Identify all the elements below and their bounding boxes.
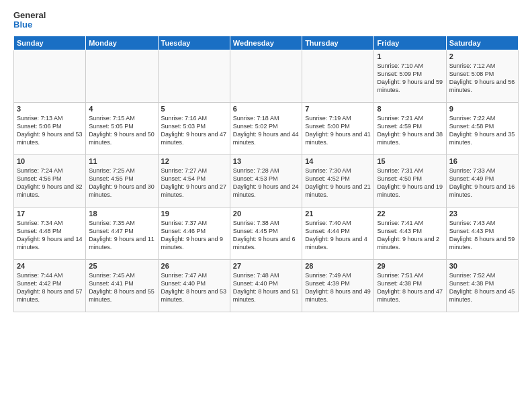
calendar-week-5: 24Sunrise: 7:44 AM Sunset: 4:42 PM Dayli… [14, 259, 519, 312]
day-number: 22 [377, 210, 443, 218]
weekday-header-saturday: Saturday [446, 36, 518, 50]
calendar-cell: 6Sunrise: 7:18 AM Sunset: 5:02 PM Daylig… [230, 102, 302, 154]
day-number: 15 [377, 157, 443, 165]
calendar-week-2: 3Sunrise: 7:13 AM Sunset: 5:06 PM Daylig… [14, 102, 519, 154]
calendar-week-4: 17Sunrise: 7:34 AM Sunset: 4:48 PM Dayli… [14, 207, 519, 259]
day-info: Sunrise: 7:18 AM Sunset: 5:02 PM Dayligh… [233, 114, 299, 147]
day-number: 20 [233, 210, 299, 218]
calendar-cell: 19Sunrise: 7:37 AM Sunset: 4:46 PM Dayli… [158, 207, 230, 259]
logo-blue: Blue [13, 20, 46, 30]
calendar-cell: 5Sunrise: 7:16 AM Sunset: 5:03 PM Daylig… [158, 102, 230, 154]
calendar-cell: 21Sunrise: 7:40 AM Sunset: 4:44 PM Dayli… [302, 207, 374, 259]
header: General Blue General Blue [13, 11, 519, 30]
day-info: Sunrise: 7:38 AM Sunset: 4:45 PM Dayligh… [233, 219, 299, 252]
weekday-header-tuesday: Tuesday [158, 36, 230, 50]
logo-general: General [13, 11, 46, 20]
day-info: Sunrise: 7:33 AM Sunset: 4:49 PM Dayligh… [449, 167, 515, 199]
day-info: Sunrise: 7:35 AM Sunset: 4:47 PM Dayligh… [89, 219, 154, 252]
day-info: Sunrise: 7:45 AM Sunset: 4:41 PM Dayligh… [89, 271, 154, 304]
calendar-cell [14, 50, 86, 102]
day-number: 6 [233, 105, 299, 113]
calendar-cell: 29Sunrise: 7:51 AM Sunset: 4:38 PM Dayli… [374, 259, 446, 312]
calendar-cell: 20Sunrise: 7:38 AM Sunset: 4:45 PM Dayli… [230, 207, 302, 259]
day-number: 17 [17, 210, 83, 218]
calendar-cell [158, 50, 230, 102]
weekday-header-sunday: Sunday [14, 36, 86, 50]
calendar-cell: 11Sunrise: 7:25 AM Sunset: 4:55 PM Dayli… [86, 154, 158, 207]
logo: General Blue General Blue [13, 11, 46, 30]
calendar-cell: 3Sunrise: 7:13 AM Sunset: 5:06 PM Daylig… [14, 102, 86, 154]
calendar-cell: 28Sunrise: 7:49 AM Sunset: 4:39 PM Dayli… [302, 259, 374, 312]
day-number: 5 [161, 105, 227, 113]
day-number: 8 [377, 105, 443, 113]
calendar-cell: 1Sunrise: 7:10 AM Sunset: 5:09 PM Daylig… [374, 50, 446, 102]
calendar-cell: 7Sunrise: 7:19 AM Sunset: 5:00 PM Daylig… [302, 102, 374, 154]
weekday-header-row: SundayMondayTuesdayWednesdayThursdayFrid… [14, 36, 519, 50]
day-number: 25 [89, 262, 154, 270]
calendar-cell: 26Sunrise: 7:47 AM Sunset: 4:40 PM Dayli… [158, 259, 230, 312]
day-number: 23 [449, 210, 515, 218]
day-number: 11 [89, 157, 154, 165]
calendar-cell: 25Sunrise: 7:45 AM Sunset: 4:41 PM Dayli… [86, 259, 158, 312]
day-info: Sunrise: 7:43 AM Sunset: 4:43 PM Dayligh… [449, 219, 515, 252]
day-info: Sunrise: 7:13 AM Sunset: 5:06 PM Dayligh… [17, 114, 83, 147]
day-number: 21 [305, 210, 371, 218]
calendar-cell: 8Sunrise: 7:21 AM Sunset: 4:59 PM Daylig… [374, 102, 446, 154]
day-number: 16 [449, 157, 515, 165]
day-info: Sunrise: 7:16 AM Sunset: 5:03 PM Dayligh… [161, 114, 227, 147]
calendar-cell: 18Sunrise: 7:35 AM Sunset: 4:47 PM Dayli… [86, 207, 158, 259]
day-number: 18 [89, 210, 154, 218]
day-info: Sunrise: 7:25 AM Sunset: 4:55 PM Dayligh… [89, 167, 154, 199]
calendar-cell: 12Sunrise: 7:27 AM Sunset: 4:54 PM Dayli… [158, 154, 230, 207]
calendar-cell: 10Sunrise: 7:24 AM Sunset: 4:56 PM Dayli… [14, 154, 86, 207]
day-number: 19 [161, 210, 227, 218]
day-number: 4 [89, 105, 154, 113]
day-info: Sunrise: 7:47 AM Sunset: 4:40 PM Dayligh… [161, 271, 227, 304]
day-number: 14 [305, 157, 371, 165]
day-info: Sunrise: 7:31 AM Sunset: 4:50 PM Dayligh… [377, 167, 443, 199]
day-info: Sunrise: 7:27 AM Sunset: 4:54 PM Dayligh… [161, 167, 227, 199]
day-info: Sunrise: 7:40 AM Sunset: 4:44 PM Dayligh… [305, 219, 371, 252]
day-number: 24 [17, 262, 83, 270]
day-number: 30 [449, 262, 515, 270]
calendar-cell [302, 50, 374, 102]
calendar-cell: 4Sunrise: 7:15 AM Sunset: 5:05 PM Daylig… [86, 102, 158, 154]
calendar-cell: 17Sunrise: 7:34 AM Sunset: 4:48 PM Dayli… [14, 207, 86, 259]
day-number: 10 [17, 157, 83, 165]
day-info: Sunrise: 7:52 AM Sunset: 4:38 PM Dayligh… [449, 271, 515, 304]
day-info: Sunrise: 7:34 AM Sunset: 4:48 PM Dayligh… [17, 219, 83, 252]
calendar-week-3: 10Sunrise: 7:24 AM Sunset: 4:56 PM Dayli… [14, 154, 519, 207]
calendar-cell: 22Sunrise: 7:41 AM Sunset: 4:43 PM Dayli… [374, 207, 446, 259]
calendar-cell: 15Sunrise: 7:31 AM Sunset: 4:50 PM Dayli… [374, 154, 446, 207]
calendar-cell: 30Sunrise: 7:52 AM Sunset: 4:38 PM Dayli… [446, 259, 518, 312]
day-info: Sunrise: 7:21 AM Sunset: 4:59 PM Dayligh… [377, 114, 443, 147]
day-number: 27 [233, 262, 299, 270]
calendar-cell: 16Sunrise: 7:33 AM Sunset: 4:49 PM Dayli… [446, 154, 518, 207]
day-number: 26 [161, 262, 227, 270]
day-number: 1 [377, 52, 443, 60]
day-number: 7 [305, 105, 371, 113]
day-number: 29 [377, 262, 443, 270]
day-info: Sunrise: 7:22 AM Sunset: 4:58 PM Dayligh… [449, 114, 515, 147]
calendar-cell: 9Sunrise: 7:22 AM Sunset: 4:58 PM Daylig… [446, 102, 518, 154]
day-number: 3 [17, 105, 83, 113]
calendar-cell [230, 50, 302, 102]
day-info: Sunrise: 7:44 AM Sunset: 4:42 PM Dayligh… [17, 271, 83, 304]
calendar-cell: 23Sunrise: 7:43 AM Sunset: 4:43 PM Dayli… [446, 207, 518, 259]
day-number: 28 [305, 262, 371, 270]
calendar-cell: 27Sunrise: 7:48 AM Sunset: 4:40 PM Dayli… [230, 259, 302, 312]
calendar-cell [86, 50, 158, 102]
day-number: 12 [161, 157, 227, 165]
calendar-cell: 24Sunrise: 7:44 AM Sunset: 4:42 PM Dayli… [14, 259, 86, 312]
day-number: 2 [449, 52, 515, 60]
day-number: 9 [449, 105, 515, 113]
calendar-cell: 2Sunrise: 7:12 AM Sunset: 5:08 PM Daylig… [446, 50, 518, 102]
day-info: Sunrise: 7:30 AM Sunset: 4:52 PM Dayligh… [305, 167, 371, 199]
calendar-table: SundayMondayTuesdayWednesdayThursdayFrid… [13, 36, 519, 312]
weekday-header-wednesday: Wednesday [230, 36, 302, 50]
calendar-cell: 13Sunrise: 7:28 AM Sunset: 4:53 PM Dayli… [230, 154, 302, 207]
day-info: Sunrise: 7:48 AM Sunset: 4:40 PM Dayligh… [233, 271, 299, 304]
weekday-header-thursday: Thursday [302, 36, 374, 50]
day-info: Sunrise: 7:51 AM Sunset: 4:38 PM Dayligh… [377, 271, 443, 304]
day-info: Sunrise: 7:24 AM Sunset: 4:56 PM Dayligh… [17, 167, 83, 199]
